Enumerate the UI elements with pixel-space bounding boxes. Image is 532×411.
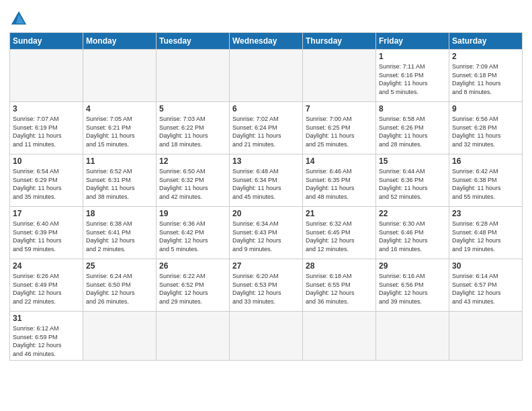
day-info: Sunrise: 6:44 AM Sunset: 6:36 PM Dayligh…	[379, 167, 446, 201]
day-info: Sunrise: 6:24 AM Sunset: 6:50 PM Dayligh…	[86, 272, 153, 306]
calendar-cell	[83, 312, 157, 361]
day-info: Sunrise: 6:32 AM Sunset: 6:45 PM Dayligh…	[306, 220, 373, 253]
day-info: Sunrise: 6:12 AM Sunset: 6:59 PM Dayligh…	[13, 324, 80, 358]
calendar-cell: 20Sunrise: 6:34 AM Sunset: 6:43 PM Dayli…	[230, 207, 303, 259]
calendar-cell: 25Sunrise: 6:24 AM Sunset: 6:50 PM Dayli…	[83, 259, 157, 312]
day-number: 23	[452, 209, 519, 218]
calendar: SundayMondayTuesdayWednesdayThursdayFrid…	[9, 32, 523, 361]
calendar-cell: 18Sunrise: 6:38 AM Sunset: 6:41 PM Dayli…	[83, 207, 157, 259]
day-number: 9	[452, 104, 519, 113]
week-row-0: 1Sunrise: 7:11 AM Sunset: 6:16 PM Daylig…	[10, 50, 523, 102]
calendar-cell: 14Sunrise: 6:46 AM Sunset: 6:35 PM Dayli…	[303, 154, 376, 207]
day-number: 14	[306, 156, 373, 166]
day-info: Sunrise: 6:16 AM Sunset: 6:56 PM Dayligh…	[379, 272, 446, 306]
day-number: 13	[232, 156, 300, 166]
day-info: Sunrise: 7:11 AM Sunset: 6:16 PM Dayligh…	[379, 62, 446, 96]
day-number: 10	[13, 156, 80, 166]
calendar-cell	[230, 312, 303, 361]
day-number: 7	[306, 104, 373, 113]
day-number: 4	[86, 104, 153, 113]
day-info: Sunrise: 7:05 AM Sunset: 6:21 PM Dayligh…	[86, 115, 153, 148]
day-info: Sunrise: 6:34 AM Sunset: 6:43 PM Dayligh…	[232, 220, 300, 253]
page: SundayMondayTuesdayWednesdayThursdayFrid…	[0, 0, 532, 411]
day-number: 25	[86, 261, 153, 271]
day-number: 31	[13, 314, 80, 323]
day-number: 22	[379, 209, 446, 218]
week-row-4: 24Sunrise: 6:26 AM Sunset: 6:49 PM Dayli…	[10, 259, 523, 312]
calendar-cell: 2Sunrise: 7:09 AM Sunset: 6:18 PM Daylig…	[449, 50, 523, 102]
day-number: 26	[159, 261, 226, 271]
day-number: 28	[306, 261, 373, 271]
day-info: Sunrise: 6:40 AM Sunset: 6:39 PM Dayligh…	[13, 220, 80, 253]
calendar-cell: 10Sunrise: 6:54 AM Sunset: 6:29 PM Dayli…	[10, 154, 83, 207]
day-number: 5	[159, 104, 226, 113]
weekday-header-tuesday: Tuesday	[157, 33, 230, 50]
day-info: Sunrise: 6:42 AM Sunset: 6:38 PM Dayligh…	[452, 167, 519, 201]
weekday-header-thursday: Thursday	[303, 33, 376, 50]
day-number: 29	[379, 261, 446, 271]
day-number: 3	[13, 104, 80, 113]
day-info: Sunrise: 6:52 AM Sunset: 6:31 PM Dayligh…	[86, 167, 153, 201]
day-info: Sunrise: 6:38 AM Sunset: 6:41 PM Dayligh…	[86, 220, 153, 253]
weekday-header-monday: Monday	[83, 33, 157, 50]
day-info: Sunrise: 6:14 AM Sunset: 6:57 PM Dayligh…	[452, 272, 519, 306]
weekday-header-wednesday: Wednesday	[230, 33, 303, 50]
week-row-5: 31Sunrise: 6:12 AM Sunset: 6:59 PM Dayli…	[10, 312, 523, 361]
calendar-cell: 15Sunrise: 6:44 AM Sunset: 6:36 PM Dayli…	[376, 154, 449, 207]
calendar-cell: 17Sunrise: 6:40 AM Sunset: 6:39 PM Dayli…	[10, 207, 83, 259]
calendar-cell: 21Sunrise: 6:32 AM Sunset: 6:45 PM Dayli…	[303, 207, 376, 259]
calendar-cell: 7Sunrise: 7:00 AM Sunset: 6:25 PM Daylig…	[303, 102, 376, 154]
day-info: Sunrise: 7:03 AM Sunset: 6:22 PM Dayligh…	[159, 115, 226, 148]
calendar-cell: 1Sunrise: 7:11 AM Sunset: 6:16 PM Daylig…	[376, 50, 449, 102]
calendar-cell	[230, 50, 303, 102]
calendar-cell: 13Sunrise: 6:48 AM Sunset: 6:34 PM Dayli…	[230, 154, 303, 207]
calendar-cell: 4Sunrise: 7:05 AM Sunset: 6:21 PM Daylig…	[83, 102, 157, 154]
weekday-header-row: SundayMondayTuesdayWednesdayThursdayFrid…	[10, 33, 523, 50]
day-info: Sunrise: 6:56 AM Sunset: 6:28 PM Dayligh…	[452, 115, 519, 148]
calendar-cell: 30Sunrise: 6:14 AM Sunset: 6:57 PM Dayli…	[449, 259, 523, 312]
day-info: Sunrise: 7:02 AM Sunset: 6:24 PM Dayligh…	[232, 115, 300, 148]
day-number: 27	[232, 261, 300, 271]
day-info: Sunrise: 7:07 AM Sunset: 6:19 PM Dayligh…	[13, 115, 80, 148]
calendar-cell: 22Sunrise: 6:30 AM Sunset: 6:46 PM Dayli…	[376, 207, 449, 259]
day-number: 15	[379, 156, 446, 166]
day-number: 19	[159, 209, 226, 218]
day-number: 20	[232, 209, 300, 218]
day-info: Sunrise: 6:20 AM Sunset: 6:53 PM Dayligh…	[232, 272, 300, 306]
day-info: Sunrise: 6:46 AM Sunset: 6:35 PM Dayligh…	[306, 167, 373, 201]
day-number: 24	[13, 261, 80, 271]
calendar-cell: 29Sunrise: 6:16 AM Sunset: 6:56 PM Dayli…	[376, 259, 449, 312]
day-number: 30	[452, 261, 519, 271]
day-number: 2	[452, 52, 519, 61]
calendar-cell: 12Sunrise: 6:50 AM Sunset: 6:32 PM Dayli…	[157, 154, 230, 207]
day-number: 21	[306, 209, 373, 218]
weekday-header-sunday: Sunday	[10, 33, 83, 50]
calendar-cell: 5Sunrise: 7:03 AM Sunset: 6:22 PM Daylig…	[157, 102, 230, 154]
day-info: Sunrise: 6:26 AM Sunset: 6:49 PM Dayligh…	[13, 272, 80, 306]
calendar-cell: 11Sunrise: 6:52 AM Sunset: 6:31 PM Dayli…	[83, 154, 157, 207]
calendar-cell: 23Sunrise: 6:28 AM Sunset: 6:48 PM Dayli…	[449, 207, 523, 259]
logo	[9, 9, 31, 28]
week-row-3: 17Sunrise: 6:40 AM Sunset: 6:39 PM Dayli…	[10, 207, 523, 259]
day-info: Sunrise: 7:09 AM Sunset: 6:18 PM Dayligh…	[452, 62, 519, 96]
weekday-header-friday: Friday	[376, 33, 449, 50]
day-number: 12	[159, 156, 226, 166]
calendar-cell	[303, 50, 376, 102]
calendar-cell: 28Sunrise: 6:18 AM Sunset: 6:55 PM Dayli…	[303, 259, 376, 312]
day-info: Sunrise: 6:22 AM Sunset: 6:52 PM Dayligh…	[159, 272, 226, 306]
day-number: 1	[379, 52, 446, 61]
calendar-cell: 3Sunrise: 7:07 AM Sunset: 6:19 PM Daylig…	[10, 102, 83, 154]
day-info: Sunrise: 6:18 AM Sunset: 6:55 PM Dayligh…	[306, 272, 373, 306]
calendar-cell: 6Sunrise: 7:02 AM Sunset: 6:24 PM Daylig…	[230, 102, 303, 154]
calendar-cell	[376, 312, 449, 361]
day-info: Sunrise: 6:58 AM Sunset: 6:26 PM Dayligh…	[379, 115, 446, 148]
header	[9, 7, 523, 28]
calendar-cell: 26Sunrise: 6:22 AM Sunset: 6:52 PM Dayli…	[157, 259, 230, 312]
day-info: Sunrise: 6:50 AM Sunset: 6:32 PM Dayligh…	[159, 167, 226, 201]
day-number: 8	[379, 104, 446, 113]
calendar-cell: 19Sunrise: 6:36 AM Sunset: 6:42 PM Dayli…	[157, 207, 230, 259]
calendar-cell	[449, 312, 523, 361]
calendar-cell: 8Sunrise: 6:58 AM Sunset: 6:26 PM Daylig…	[376, 102, 449, 154]
calendar-cell: 16Sunrise: 6:42 AM Sunset: 6:38 PM Dayli…	[449, 154, 523, 207]
day-number: 6	[232, 104, 300, 113]
